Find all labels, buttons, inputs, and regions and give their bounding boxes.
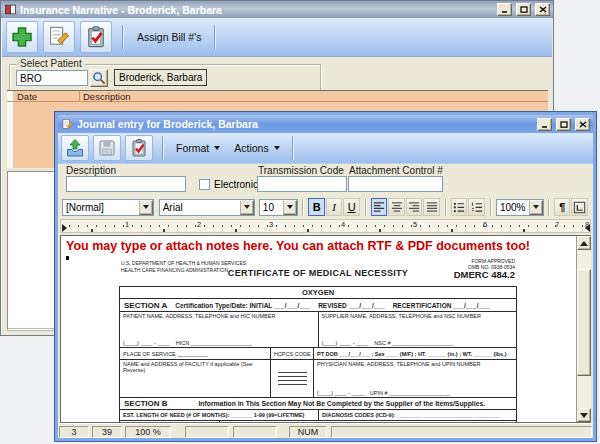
section-a-row: SECTION A Certification Type/Date: INITI… [120, 298, 516, 311]
align-left-button[interactable] [371, 198, 388, 216]
justify-button[interactable] [423, 198, 440, 216]
ruler-number: 1 [125, 220, 129, 229]
document-page[interactable]: You may type or attach notes here. You c… [61, 236, 576, 422]
est-length-of-need: EST. LENGTH OF NEED (# OF MONTHS): _____… [120, 412, 318, 418]
hcpcs-blank-line [278, 380, 307, 381]
post-entry-button[interactable] [61, 135, 89, 161]
ruler[interactable]: 1 2 3 4 5 6 7 8 [60, 219, 591, 233]
journal-entry-window: Journal entry for Broderick, Barbara For… [54, 111, 597, 442]
electronic-label: Electronic [214, 179, 258, 190]
hcpcs-blank-lines [270, 360, 314, 397]
insurance-narrative-titlebar[interactable]: Insurance Narrative - Broderick, Barbara [1, 1, 553, 18]
edit-narrative-button[interactable] [43, 21, 75, 53]
arrow-up-icon [580, 241, 588, 246]
align-right-button[interactable] [406, 198, 423, 216]
style-combo[interactable]: [Normal] [62, 199, 154, 216]
font-size-combo[interactable]: 10 [259, 199, 299, 216]
clipboard-check-icon [129, 138, 149, 158]
insurance-toolbar: Assign Bill #'s [2, 18, 552, 57]
section-b-label: SECTION B [120, 399, 168, 408]
maximize-icon[interactable] [556, 118, 571, 131]
close-icon[interactable] [535, 3, 550, 16]
add-narrative-button[interactable] [6, 21, 38, 53]
transmission-code-label: Transmission Code [258, 165, 344, 176]
description-input[interactable] [66, 176, 186, 192]
chevron-down-icon[interactable] [139, 200, 153, 215]
save-floppy-icon [97, 138, 117, 158]
selected-patient-badge: Broderick, Barbara [114, 69, 207, 86]
journal-toolbar: Format Actions [58, 133, 593, 164]
font-combo[interactable]: Arial [159, 199, 255, 216]
scroll-up-button[interactable] [577, 236, 591, 250]
clipboard-check-icon [84, 25, 108, 49]
bold-button[interactable]: B [308, 198, 325, 216]
section-b-row: SECTION B Information in This Section Ma… [120, 397, 516, 409]
scrollbar-track[interactable] [577, 250, 591, 408]
ruler-number: 3 [269, 220, 273, 229]
scrollbar-thumb[interactable] [577, 269, 591, 376]
attachment-control-label: Attachment Control # [349, 165, 443, 176]
chevron-down-icon[interactable] [283, 200, 297, 215]
numbered-list-button[interactable] [468, 198, 485, 216]
ruler-number: 4 [341, 220, 345, 229]
supplier-phone-blank: (____) ____ - ____ [322, 340, 369, 346]
hcpcs-blank-line [278, 376, 307, 377]
supplier-header: SUPPLIER NAME, ADDRESS, TELEPHONE and NS… [322, 313, 514, 319]
column-header-date[interactable]: Date [14, 91, 80, 101]
place-of-service: PLACE OF SERVICE __________ [120, 351, 270, 357]
screen: Insurance Narrative - Broderick, Barbara… [0, 0, 600, 444]
insurance-app-icon [4, 3, 17, 16]
patient-info-blank: PT DOB ___/___/___ ; Sex ____ (M/F) ; HT… [314, 351, 516, 357]
row-selector-header [7, 91, 14, 101]
save-button[interactable] [93, 135, 121, 161]
page-layout-button[interactable] [571, 198, 588, 216]
chevron-down-icon[interactable] [240, 200, 254, 215]
chevron-down-icon [214, 146, 220, 150]
scroll-down-button[interactable] [577, 408, 591, 422]
chevron-down-icon[interactable] [529, 200, 543, 215]
toolbar-separator [122, 25, 124, 49]
patient-cell: PATIENT NAME, ADDRESS, TELEPHONE and HIC… [120, 312, 318, 347]
nsc-blank: NSC # ____________________ [374, 340, 453, 346]
ruler-number: 6 [483, 220, 487, 229]
electronic-checkbox[interactable] [199, 179, 210, 190]
transmission-code-input[interactable] [257, 176, 347, 192]
minimize-icon[interactable] [537, 118, 552, 131]
show-paragraph-button[interactable]: ¶ [554, 198, 571, 216]
indent-marker-right-icon[interactable] [585, 224, 590, 232]
maximize-icon[interactable] [516, 3, 531, 16]
attachment-control-input[interactable] [348, 176, 443, 192]
actions-menu-button[interactable]: Actions [227, 137, 286, 159]
patient-search-button[interactable] [90, 69, 108, 87]
journal-titlebar[interactable]: Journal entry for Broderick, Barbara [58, 115, 593, 133]
journal-app-icon [61, 118, 74, 131]
underline-button[interactable]: U [343, 198, 360, 216]
assign-bill-button[interactable]: Assign Bill #'s [129, 31, 209, 43]
bill-check-button[interactable] [80, 21, 112, 53]
minimize-icon[interactable] [497, 3, 512, 16]
spell-check-button[interactable] [125, 135, 153, 161]
facility-cell: NAME and ADDRESS of FACILITY if applicab… [120, 360, 270, 397]
close-icon[interactable] [575, 118, 590, 131]
indent-marker-left-icon[interactable] [62, 224, 67, 232]
column-header-description[interactable]: Description [80, 91, 548, 101]
vertical-scrollbar[interactable] [576, 236, 591, 422]
patient-header: PATIENT NAME, ADDRESS, TELEPHONE and HIC… [123, 313, 315, 319]
section-b-text: Information in This Section May Not Be C… [168, 400, 516, 407]
place-of-service-row: PLACE OF SERVICE __________ HCPCS CODE P… [120, 347, 516, 359]
italic-button[interactable]: I [326, 198, 343, 216]
align-center-button[interactable] [388, 198, 405, 216]
answers-row: ANSWERS ANSWER QUESTIONS 1-10, (Circle Y… [120, 420, 516, 422]
format-menu-button[interactable]: Format [169, 137, 227, 159]
patient-search-input[interactable] [16, 70, 88, 86]
revised-text: REVISED ___/___/___ [318, 302, 385, 309]
bullet-list-button[interactable] [451, 198, 468, 216]
physician-phone-blank: (____) ____ - ____ [317, 390, 364, 396]
document-area: You may type or attach notes here. You c… [60, 235, 591, 423]
description-label: Description [66, 165, 116, 176]
facility-physician-row: NAME and ADDRESS of FACILITY if applicab… [120, 359, 516, 397]
physician-cell: PHYSICIAN NAME, ADDRESS, TELEPHONE and U… [314, 360, 516, 397]
est-length-row: EST. LENGTH OF NEED (# OF MONTHS): _____… [120, 409, 516, 420]
status-cell-empty [185, 426, 229, 438]
zoom-combo[interactable]: 100% [496, 199, 544, 216]
